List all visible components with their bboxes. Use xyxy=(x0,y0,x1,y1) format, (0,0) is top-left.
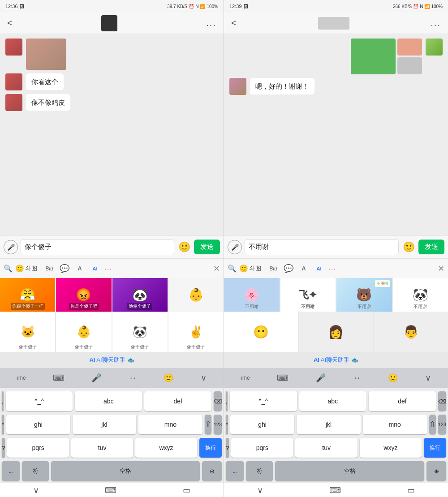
sticker-tab-dotu-right[interactable]: 🙂 斗图 xyxy=(239,264,261,273)
kb-123-right[interactable]: 123 xyxy=(438,415,446,434)
emoji-button-left[interactable]: 🙂 xyxy=(177,240,191,254)
kb-symbol-left[interactable]: 符 xyxy=(22,461,49,481)
sticker-item[interactable]: 🐻 不用啦 不用谢 xyxy=(336,278,392,312)
kb-123-left[interactable]: 123 xyxy=(214,415,222,434)
kb-cursor-left[interactable]: ↔ xyxy=(125,372,140,385)
nav-home-left[interactable]: ⌨ xyxy=(105,485,116,495)
kb-delete-right[interactable]: ⌫ xyxy=(438,391,446,411)
kb-globe-right[interactable]: ⊕ xyxy=(426,461,446,481)
kb-tuv-right[interactable]: tuv xyxy=(295,438,357,458)
more-button-left[interactable]: ... xyxy=(206,18,216,28)
sticker-item[interactable]: 飞✦ 不用谢 xyxy=(280,278,336,312)
sticker-item[interactable]: 你跟个傻子一样 😤 xyxy=(0,278,55,312)
sticker-item[interactable]: 🐱 像个傻子 xyxy=(0,312,55,352)
voice-button-right[interactable]: 🎤 xyxy=(228,240,242,254)
kb-grid-right[interactable]: ⌨ xyxy=(273,371,292,385)
sticker-item[interactable]: 😶 xyxy=(224,312,298,352)
kb-def-right[interactable]: def xyxy=(369,391,436,411)
ai-icon-left[interactable]: AI xyxy=(89,262,101,275)
kb-ghi-left[interactable]: ghi xyxy=(6,415,70,434)
search-icon-left[interactable]: 🔍 xyxy=(4,264,13,273)
kb-wxyz-right[interactable]: wxyz xyxy=(360,438,422,458)
text-icon-left[interactable]: A xyxy=(73,262,86,275)
chat-icon-left[interactable]: 💬 xyxy=(58,262,71,275)
sticker-item[interactable]: 👶 xyxy=(168,278,224,312)
kb-wxyz-left[interactable]: wxyz xyxy=(135,438,197,458)
emoji-button-right[interactable]: 🙂 xyxy=(401,240,416,254)
biu-button-left[interactable]: Biu xyxy=(43,262,56,275)
kb-abc-right[interactable]: abc xyxy=(299,391,366,411)
kb-jkl-left[interactable]: jkl xyxy=(73,415,136,434)
sticker-item[interactable]: 🐼 像个傻子 xyxy=(112,312,168,352)
kb-shift-right[interactable]: ⇧ xyxy=(429,415,436,434)
kb-ellipsis-right[interactable]: ... xyxy=(226,461,244,481)
more-button-right[interactable]: ... xyxy=(431,18,441,28)
send-button-right[interactable]: 发送 xyxy=(418,240,444,254)
kb-expand-left[interactable]: ∨ xyxy=(197,371,210,385)
sticker-item[interactable]: 👨 xyxy=(374,312,448,352)
kb-expand-right[interactable]: ∨ xyxy=(422,371,435,385)
kb-space-left[interactable]: 空格 xyxy=(51,461,200,481)
kb-emoji-left[interactable]: 🙂 xyxy=(160,371,177,385)
kb-dot-right[interactable]: ° xyxy=(226,415,228,434)
send-button-left[interactable]: 发送 xyxy=(194,240,220,254)
kb-ime-right[interactable]: ime xyxy=(237,373,253,383)
kb-ghi-right[interactable]: ghi xyxy=(230,415,294,434)
sticker-item[interactable]: 你是个傻子吧 😡 xyxy=(56,278,111,312)
kb-grid-left[interactable]: ⌨ xyxy=(49,371,68,385)
back-button-right[interactable]: < xyxy=(231,18,237,28)
sticker-item[interactable]: 🌸 不用谢 xyxy=(224,278,280,312)
kb-comma-left[interactable]: , xyxy=(2,391,4,411)
kb-q-left[interactable]: ? xyxy=(2,438,5,458)
sticker-close-left[interactable]: ✕ xyxy=(213,264,220,274)
kb-def-left[interactable]: def xyxy=(144,391,211,411)
kb-symbol-right[interactable]: 符 xyxy=(246,461,273,481)
kb-jkl-right[interactable]: jkl xyxy=(297,415,361,434)
sticker-item[interactable]: 他像个傻子 🐼 xyxy=(112,278,168,312)
kb-face-right[interactable]: ^_^ xyxy=(230,391,297,411)
message-input-left[interactable] xyxy=(21,239,174,255)
kb-delete-left[interactable]: ⌫ xyxy=(214,391,222,411)
sticker-more-right[interactable]: ⋯ xyxy=(328,264,336,274)
kb-enter-left[interactable]: 换行 xyxy=(199,438,222,458)
kb-mic-right[interactable]: 🎤 xyxy=(312,371,329,385)
nav-recent-left[interactable]: ▭ xyxy=(183,485,190,495)
kb-face-left[interactable]: ^_^ xyxy=(6,391,73,411)
biu-button-right[interactable]: Biu xyxy=(267,262,280,275)
voice-button-left[interactable]: 🎤 xyxy=(4,240,18,254)
kb-mno-left[interactable]: mno xyxy=(138,415,202,434)
sticker-item[interactable]: 👩 xyxy=(299,312,373,352)
kb-ime-left[interactable]: ime xyxy=(13,373,29,383)
nav-back-right[interactable]: ∨ xyxy=(257,485,263,495)
kb-tuv-left[interactable]: tuv xyxy=(71,438,133,458)
kb-q-right[interactable]: ? xyxy=(226,438,229,458)
kb-comma-right[interactable]: , xyxy=(226,391,228,411)
message-input-right[interactable] xyxy=(245,239,399,255)
kb-cursor-right[interactable]: ↔ xyxy=(349,372,364,385)
kb-ellipsis-left[interactable]: ... xyxy=(2,461,20,481)
sticker-more-left[interactable]: ⋯ xyxy=(104,264,112,274)
sticker-tab-dotu-left[interactable]: 🙂 斗图 xyxy=(15,264,37,273)
kb-shift-left[interactable]: ⇧ xyxy=(205,415,211,434)
kb-space-right[interactable]: 空格 xyxy=(275,461,424,481)
sticker-close-right[interactable]: ✕ xyxy=(438,264,444,274)
nav-back-left[interactable]: ∨ xyxy=(33,485,39,495)
kb-abc-left[interactable]: abc xyxy=(75,391,142,411)
kb-globe-left[interactable]: ⊕ xyxy=(202,461,222,481)
ai-bar-left[interactable]: AI AI聊天助手 🐟 xyxy=(0,352,224,368)
back-button-left[interactable]: < xyxy=(7,18,13,28)
kb-emoji-right[interactable]: 🙂 xyxy=(384,371,401,385)
sticker-item[interactable]: ✌️ 像个傻子 xyxy=(168,312,224,352)
kb-enter-right[interactable]: 换行 xyxy=(424,438,446,458)
sticker-item[interactable]: 🐼 不用谢 xyxy=(393,278,448,312)
kb-mno-right[interactable]: mno xyxy=(363,415,427,434)
kb-dot-left[interactable]: ° xyxy=(2,415,4,434)
kb-pqrs-left[interactable]: pqrs xyxy=(7,438,69,458)
kb-mic-left[interactable]: 🎤 xyxy=(88,371,105,385)
kb-pqrs-right[interactable]: pqrs xyxy=(231,438,293,458)
nav-home-right[interactable]: ⌨ xyxy=(329,485,341,495)
chat-icon-right[interactable]: 💬 xyxy=(282,262,295,275)
sticker-item[interactable]: 👶 像个傻子 xyxy=(56,312,111,352)
ai-bar-right[interactable]: AI AI聊天助手 🐟 xyxy=(224,352,448,368)
search-icon-right[interactable]: 🔍 xyxy=(228,264,237,273)
